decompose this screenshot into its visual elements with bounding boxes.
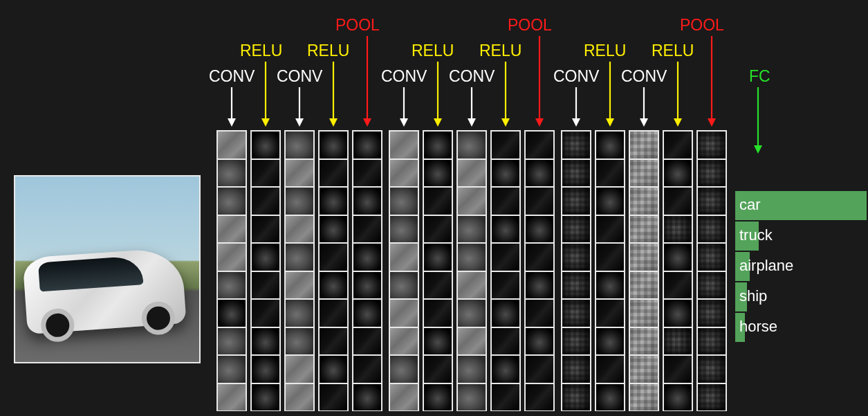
arrow-relu5 bbox=[604, 62, 616, 129]
feature-map-tile bbox=[562, 160, 590, 187]
feature-map-tile bbox=[492, 188, 519, 215]
feature-map-column-relu5 bbox=[595, 130, 625, 411]
svg-marker-15 bbox=[468, 118, 476, 127]
feature-map-tile bbox=[252, 384, 279, 411]
feature-map-tile bbox=[424, 272, 452, 299]
feature-map-tile bbox=[424, 300, 452, 327]
feature-map-tile bbox=[562, 300, 590, 327]
feature-map-tile bbox=[596, 188, 624, 215]
feature-map-tile bbox=[353, 132, 381, 159]
svg-marker-13 bbox=[434, 118, 442, 127]
feature-map-tile bbox=[630, 188, 658, 215]
class-label: horse bbox=[739, 318, 777, 336]
feature-map-tile bbox=[252, 328, 279, 355]
feature-map-tile bbox=[286, 300, 313, 327]
feature-map-tile bbox=[218, 272, 246, 299]
arrow-relu6 bbox=[672, 62, 683, 129]
layer-label-relu6: RELU bbox=[652, 42, 694, 60]
feature-map-tile bbox=[320, 300, 347, 327]
feature-map-tile bbox=[424, 132, 452, 159]
arrow-relu3 bbox=[432, 62, 443, 129]
layer-label-pool1: POOL bbox=[335, 16, 380, 35]
class-bar-airplane: airplane bbox=[735, 252, 868, 281]
feature-map-tile bbox=[630, 216, 658, 243]
feature-map-tile bbox=[320, 272, 347, 299]
feature-map-tile bbox=[492, 216, 519, 243]
feature-map-tile bbox=[664, 384, 692, 411]
feature-map-tile bbox=[320, 188, 347, 215]
feature-map-column-relu3 bbox=[423, 130, 453, 411]
input-image-car bbox=[22, 247, 186, 334]
feature-map-tile bbox=[390, 272, 418, 299]
feature-map-tile bbox=[630, 132, 658, 159]
feature-map-tile bbox=[492, 328, 519, 355]
feature-map-tile bbox=[390, 356, 418, 383]
feature-map-tile bbox=[252, 188, 279, 215]
svg-marker-3 bbox=[261, 118, 270, 127]
feature-map-tile bbox=[492, 272, 519, 299]
feature-map-tile bbox=[698, 272, 726, 299]
feature-map-tile bbox=[353, 244, 381, 271]
feature-map-tile bbox=[596, 244, 624, 271]
feature-map-column-conv3 bbox=[389, 130, 419, 411]
feature-map-tile bbox=[252, 272, 279, 299]
feature-map-tile bbox=[390, 244, 418, 271]
feature-map-tile bbox=[664, 188, 692, 215]
feature-map-column-conv2 bbox=[284, 130, 315, 411]
feature-map-tile bbox=[698, 216, 726, 243]
feature-map-tile bbox=[698, 132, 726, 159]
feature-map-tile bbox=[596, 356, 624, 383]
feature-map-tile bbox=[390, 384, 418, 411]
feature-map-tile bbox=[252, 160, 279, 187]
feature-map-tile bbox=[390, 216, 418, 243]
feature-map-tile bbox=[252, 300, 279, 327]
arrow-fc bbox=[0, 0, 207, 104]
feature-map-tile bbox=[630, 272, 658, 299]
feature-map-tile bbox=[526, 328, 553, 355]
feature-map-tile bbox=[218, 384, 246, 411]
feature-map-tile bbox=[526, 300, 553, 327]
arrow-pool2 bbox=[534, 36, 545, 129]
feature-map-tile bbox=[526, 188, 553, 215]
arrow-conv1 bbox=[226, 87, 237, 129]
feature-map-column-relu6 bbox=[663, 130, 693, 411]
layer-label-relu4: RELU bbox=[479, 42, 521, 60]
feature-map-tile bbox=[562, 132, 590, 159]
feature-map-tile bbox=[390, 160, 418, 187]
feature-map-tile bbox=[630, 244, 658, 271]
feature-map-tile bbox=[526, 160, 553, 187]
arrow-relu4 bbox=[500, 62, 511, 129]
arrow-conv6 bbox=[638, 87, 649, 129]
feature-map-tile bbox=[664, 160, 692, 187]
layer-label-relu5: RELU bbox=[584, 42, 626, 60]
feature-map-tile bbox=[562, 384, 590, 411]
feature-map-tile bbox=[320, 356, 347, 383]
feature-map-tile bbox=[664, 328, 692, 355]
feature-map-column-conv1 bbox=[216, 130, 247, 411]
feature-map-tile bbox=[353, 328, 381, 355]
feature-map-tile bbox=[353, 384, 381, 411]
class-label: truck bbox=[739, 226, 773, 244]
feature-map-tile bbox=[562, 244, 590, 271]
feature-map-tile bbox=[596, 132, 624, 159]
feature-map-column-relu1 bbox=[250, 130, 281, 411]
layer-label-conv6: CONV bbox=[621, 67, 667, 86]
feature-map-tile bbox=[424, 384, 452, 411]
arrow-conv4 bbox=[466, 87, 477, 129]
feature-map-tile bbox=[390, 132, 418, 159]
feature-map-column-relu2 bbox=[318, 130, 349, 411]
feature-map-tile bbox=[252, 244, 279, 271]
feature-map-tile bbox=[458, 272, 486, 299]
feature-map-tile bbox=[390, 188, 418, 215]
feature-map-tile bbox=[630, 300, 658, 327]
feature-map-tile bbox=[698, 300, 726, 327]
svg-marker-23 bbox=[606, 118, 614, 127]
feature-map-tile bbox=[286, 272, 313, 299]
feature-map-tile bbox=[458, 132, 486, 159]
feature-map-tile bbox=[286, 160, 313, 187]
feature-map-tile bbox=[596, 216, 624, 243]
layer-label-conv4: CONV bbox=[449, 67, 495, 86]
feature-map-tile bbox=[664, 300, 692, 327]
feature-maps-region bbox=[213, 130, 729, 411]
feature-map-tile bbox=[526, 132, 553, 159]
